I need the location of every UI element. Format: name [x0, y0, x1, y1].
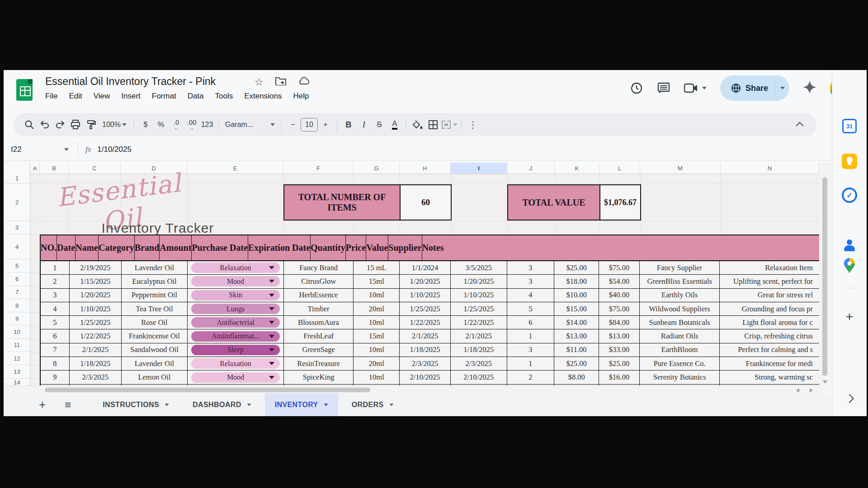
cell-value[interactable]: $84.00 [599, 316, 640, 329]
cell-value[interactable]: $33.00 [599, 343, 640, 357]
column-header-cell[interactable]: A [30, 163, 40, 174]
cell-date[interactable]: 1/15/2025 [70, 275, 122, 288]
row-header-cell[interactable]: 10 [4, 325, 30, 338]
cell-quantity[interactable]: 1 [507, 357, 555, 370]
sheet-tab-caret-icon[interactable] [324, 404, 328, 406]
cell-purchase-date[interactable]: 1/22/2025 [400, 316, 451, 329]
category-dropdown[interactable]: Sleep [191, 345, 280, 355]
tasks-icon[interactable]: ✓ [842, 188, 857, 203]
category-dropdown[interactable]: Antiinflammat... [191, 331, 280, 342]
cell-brand[interactable]: SpiceKing [284, 371, 354, 384]
cell-supplier[interactable]: EarthBloom [640, 343, 720, 357]
cell-value[interactable]: $13.00 [599, 329, 640, 343]
table-header-cell[interactable]: Date [57, 235, 75, 260]
cell-brand[interactable]: ResinTreasure [284, 357, 354, 370]
cell-purchase-date[interactable]: 1/10/2025 [400, 289, 451, 302]
cell-date[interactable]: 2/3/2025 [70, 371, 122, 384]
sheet-tab[interactable]: ORDERS [342, 393, 404, 416]
name-box[interactable]: I22 [4, 145, 73, 154]
star-icon[interactable]: ☆ [255, 76, 264, 88]
table-header-cell[interactable]: Name [75, 235, 99, 260]
cell-amount[interactable]: 10ml [354, 343, 400, 357]
text-color-button[interactable]: A [387, 117, 402, 133]
name-box-caret[interactable] [64, 148, 69, 151]
scroll-right-arrow[interactable] [810, 388, 813, 393]
increase-decimal-button[interactable]: .00→ [184, 117, 199, 133]
cell-amount[interactable]: 10ml [354, 371, 400, 384]
category-dropdown[interactable]: Relaxation [191, 358, 280, 369]
cell-supplier[interactable]: Fancy Supplier [640, 261, 720, 274]
cell-quantity[interactable]: 2 [507, 371, 555, 384]
cell-price[interactable]: $25.00 [554, 357, 599, 370]
cell-brand[interactable]: HerbEssence [284, 289, 354, 302]
print-icon[interactable] [68, 117, 83, 133]
font-select[interactable]: Garam... [222, 117, 278, 133]
cell-no[interactable]: 5 [41, 316, 70, 329]
table-header-cell[interactable]: Amount [160, 235, 192, 260]
table-header-cell[interactable]: Expiration Date [248, 235, 311, 260]
column-header-cell[interactable]: E [187, 163, 283, 174]
vertical-scrollbar[interactable] [819, 163, 831, 391]
cell-name[interactable]: Rose Oil [122, 316, 188, 329]
cell-value[interactable]: $25.00 [599, 357, 640, 370]
cell-supplier[interactable]: Earthly Oils [640, 289, 720, 302]
redo-icon[interactable] [52, 117, 68, 133]
row-header-cell[interactable]: 2 [4, 183, 30, 221]
cell-no[interactable]: 1 [41, 261, 70, 274]
cell-brand[interactable]: Timber [284, 302, 354, 315]
cell-expiration-date[interactable]: 1/10/2025 [451, 289, 507, 302]
cell-date[interactable]: 2/1/2025 [70, 343, 122, 357]
row-header-cell[interactable]: 12 [4, 352, 30, 365]
category-dropdown[interactable]: Antibacterial [191, 317, 280, 328]
menu-item[interactable]: Tools [215, 92, 233, 101]
row-header-cell[interactable]: 8 [4, 299, 30, 312]
cell-no[interactable]: 3 [41, 289, 70, 302]
horizontal-scrollbar[interactable] [4, 385, 819, 393]
cell-price[interactable]: $11.00 [554, 343, 599, 357]
cell-date[interactable]: 1/22/2025 [70, 329, 122, 343]
maps-icon[interactable] [843, 258, 856, 276]
add-sheet-button[interactable]: + [39, 398, 46, 412]
cell-brand[interactable]: Fancy Brand [284, 261, 354, 274]
cell-expiration-date[interactable]: 2/10/2025 [451, 371, 507, 384]
cell-brand[interactable]: FreshLeaf [284, 329, 354, 343]
cell-date[interactable]: 2/19/2025 [70, 261, 122, 274]
cell-notes[interactable]: Perfect for calming and s [720, 343, 819, 357]
cell-value[interactable]: $40.00 [599, 289, 640, 302]
row-header-cell[interactable]: 6 [4, 272, 30, 286]
table-header-cell[interactable]: Quantity [311, 235, 346, 260]
borders-icon[interactable] [425, 117, 441, 133]
column-header-cell[interactable]: I [451, 163, 507, 174]
cell-name[interactable]: Tea Tree Oil [122, 302, 188, 315]
keep-icon[interactable] [842, 154, 857, 169]
cell-amount[interactable]: 20ml [354, 357, 400, 370]
sheet-tab-caret-icon[interactable] [389, 404, 393, 406]
more-toolbar-button[interactable]: ⋮ [465, 117, 481, 133]
cell-no[interactable]: 7 [41, 343, 70, 357]
cell-notes[interactable]: Frankincense for medi [720, 357, 819, 370]
share-button[interactable]: Share [720, 75, 789, 101]
cell-price[interactable]: $10.00 [554, 289, 599, 302]
cell-price[interactable]: $13.00 [554, 329, 599, 343]
version-history-icon[interactable] [630, 81, 643, 95]
row-header-cell[interactable]: 9 [4, 312, 30, 325]
column-header-cell[interactable]: M [640, 163, 721, 174]
cell-supplier[interactable]: Serenity Botanics [640, 371, 720, 384]
sheet-tab[interactable]: INSTRUCTIONS [93, 393, 179, 416]
column-header-cell[interactable]: F [283, 163, 354, 174]
column-header-cell[interactable]: H [400, 163, 451, 174]
column-header-cell[interactable]: C [69, 163, 121, 174]
strikethrough-button[interactable]: S [372, 117, 387, 133]
cell-name[interactable]: Eucalyptus Oil [122, 275, 188, 288]
menu-item[interactable]: Insert [121, 92, 141, 101]
cell-name[interactable]: Peppermint Oil [122, 289, 188, 302]
total-value-value[interactable]: $1,076.67 [600, 185, 640, 220]
cell-name[interactable]: Frankincense Oil [122, 329, 188, 343]
cell-price[interactable]: $15.00 [554, 302, 599, 315]
column-header-cell[interactable]: J [507, 163, 555, 174]
cell-no[interactable]: 6 [41, 329, 70, 343]
cell-brand[interactable]: BlossomAura [284, 316, 354, 329]
formula-input[interactable]: 1/10/2025 [97, 145, 132, 154]
cell-name[interactable]: Sandalwood Oil [122, 343, 188, 357]
show-side-panel-chevron[interactable] [846, 395, 853, 402]
